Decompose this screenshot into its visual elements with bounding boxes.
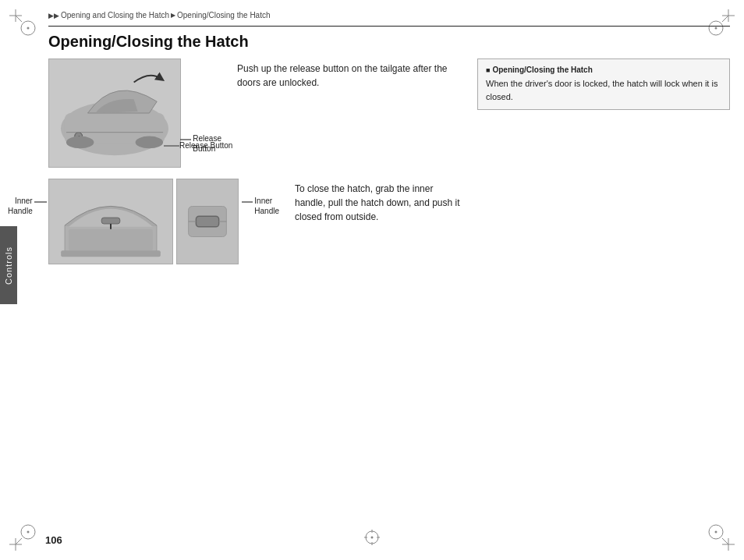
note-box: ■ Opening/Closing the Hatch When the dri… xyxy=(477,58,730,110)
release-label-text: ReleaseButton xyxy=(193,133,221,154)
page-title: Opening/Closing the Hatch xyxy=(48,33,730,51)
side-tab-label: Controls xyxy=(4,246,13,285)
breadcrumb-separator: ▶ xyxy=(171,12,175,19)
bottom-description-text: To close the hatch, grab the inner handl… xyxy=(295,182,462,224)
svg-point-32 xyxy=(136,136,163,149)
title-divider xyxy=(48,26,730,27)
note-icon: ■ xyxy=(486,66,490,74)
svg-rect-39 xyxy=(61,250,161,257)
top-image-block: Release Button ReleaseButton Push up the… xyxy=(48,58,462,168)
breadcrumb-part-1: Opening and Closing the Hatch xyxy=(61,11,169,19)
right-column: ■ Opening/Closing the Hatch When the dri… xyxy=(477,58,730,275)
bottom-car-image-left xyxy=(48,179,173,264)
side-tab: Controls xyxy=(0,226,17,304)
svg-rect-42 xyxy=(196,216,218,227)
bottom-image-block: InnerHandle InnerHandle To close the hat… xyxy=(48,179,462,264)
main-content: ▶▶ Opening and Closing the Hatch ▶ Openi… xyxy=(17,0,744,560)
top-image-container: Release Button ReleaseButton xyxy=(48,58,181,168)
left-column: Release Button ReleaseButton Push up the… xyxy=(48,58,462,275)
top-description: Push up the release button on the tailga… xyxy=(190,58,462,168)
bottom-description: To close the hatch, grab the inner handl… xyxy=(248,179,462,264)
note-title: ■ Opening/Closing the Hatch xyxy=(486,66,721,74)
top-car-image xyxy=(48,58,181,168)
breadcrumb-part-2: Opening/Closing the Hatch xyxy=(177,11,271,19)
bottom-image-container: InnerHandle InnerHandle xyxy=(48,179,239,264)
inner-handle-label: InnerHandle xyxy=(8,196,33,216)
bottom-car-image-right xyxy=(176,179,239,264)
svg-rect-37 xyxy=(101,218,120,224)
top-description-text: Push up the release button on the tailga… xyxy=(237,62,462,90)
two-col-layout: Release Button ReleaseButton Push up the… xyxy=(48,58,730,275)
breadcrumb: ▶▶ Opening and Closing the Hatch ▶ Openi… xyxy=(48,11,730,19)
note-title-text: Opening/Closing the Hatch xyxy=(492,66,592,74)
breadcrumb-arrow: ▶▶ xyxy=(48,12,59,19)
svg-point-31 xyxy=(66,136,94,149)
note-text: When the driver's door is locked, the ha… xyxy=(486,77,721,103)
inner-handle-label-right: InnerHandle xyxy=(254,196,279,216)
svg-rect-38 xyxy=(69,229,153,250)
